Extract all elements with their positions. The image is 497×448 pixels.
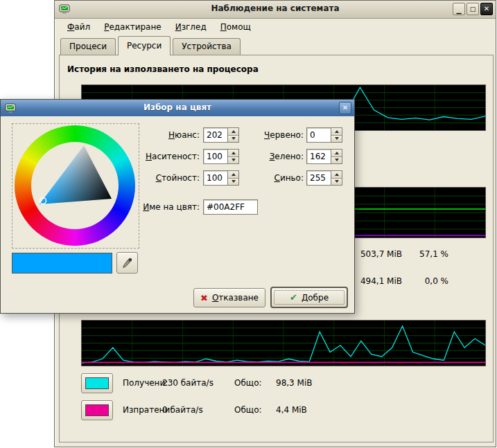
- minimize-icon: ▁: [457, 8, 462, 14]
- saturation-value: 100: [204, 150, 227, 163]
- minimize-button[interactable]: ▁: [453, 3, 465, 15]
- sent-color-button[interactable]: [81, 400, 113, 420]
- color-name-row: Име на цвят:: [1, 199, 354, 215]
- menu-help[interactable]: Помощ: [213, 20, 258, 34]
- menu-file[interactable]: Файл: [60, 20, 97, 34]
- menu-view[interactable]: Изглед: [168, 20, 213, 34]
- hue-red-row: Нюанс: 202 Червено: 0: [1, 127, 354, 143]
- tab-resources[interactable]: Ресурси: [118, 36, 171, 55]
- cancel-label: Отказване: [212, 293, 259, 303]
- main-titlebar[interactable]: Наблюдение на системата ▁ □ ✕: [55, 1, 496, 19]
- sent-legend-row: Изпратени: 0 байта/s Общо: 4,4 MiB: [60, 400, 493, 421]
- color-name-input[interactable]: [203, 199, 258, 215]
- arrow-down-icon: [335, 180, 339, 183]
- arrow-down-icon: [335, 137, 339, 140]
- blue-value: 255: [307, 171, 331, 185]
- red-spinner[interactable]: 0: [306, 127, 342, 143]
- cpu-history-heading: История на използването на процесора: [67, 64, 259, 74]
- hue-value: 202: [204, 128, 227, 142]
- red-value: 0: [307, 128, 331, 142]
- eyedropper-button[interactable]: [116, 252, 138, 274]
- network-history-chart: [81, 320, 486, 366]
- color-picker-dialog: Избор на цвят ✕: [0, 99, 355, 314]
- dialog-titlebar[interactable]: Избор на цвят ✕: [1, 100, 354, 117]
- blue-spin-down-button[interactable]: [331, 179, 342, 186]
- dialog-body: Нюанс: 202 Червено: 0 Наситеност: 100 Зе…: [1, 116, 354, 313]
- color-preview: [12, 253, 112, 274]
- hue-label: Нюанс:: [119, 127, 200, 143]
- arrow-up-icon: [335, 152, 339, 154]
- blue-spinner[interactable]: 255: [306, 170, 342, 186]
- maximize-icon: □: [470, 6, 476, 12]
- green-value: 162: [307, 150, 331, 163]
- ok-label: Добре: [302, 293, 329, 303]
- main-window-title: Наблюдение на системата: [55, 3, 496, 13]
- received-label: Получени:: [123, 378, 168, 388]
- value-value: 100: [204, 171, 227, 185]
- saturation-green-row: Наситеност: 100 Зелено: 162: [1, 149, 354, 165]
- dialog-close-button[interactable]: ✕: [339, 102, 351, 114]
- value-label: Стойност:: [119, 170, 200, 186]
- maximize-button[interactable]: □: [467, 3, 479, 15]
- received-color-button[interactable]: [81, 373, 113, 393]
- cancel-icon: ✖: [200, 293, 208, 303]
- arrow-down-icon: [335, 159, 339, 161]
- sent-total-label: Общо:: [234, 405, 262, 415]
- green-spinner[interactable]: 162: [306, 149, 342, 164]
- sent-color-swatch: [85, 404, 109, 416]
- green-spin-down-button[interactable]: [331, 157, 342, 164]
- swap-used-value: 494,1 MiB: [347, 276, 402, 286]
- blue-spin-up-button[interactable]: [331, 171, 342, 179]
- tab-processes[interactable]: Процеси: [60, 38, 116, 55]
- close-icon: ✕: [484, 6, 489, 12]
- value-blue-row: Стойност: 100 Синьо: 255: [1, 170, 354, 186]
- green-spin-up-button[interactable]: [331, 150, 342, 157]
- received-rate: 230 байта/s: [162, 378, 213, 388]
- dialog-title: Избор на цвят: [1, 102, 354, 112]
- desktop: Наблюдение на системата ▁ □ ✕ Файл Редак…: [0, 0, 497, 448]
- dialog-close-icon: ✕: [342, 105, 348, 111]
- memory-used-percent: 57,1 %: [399, 249, 448, 259]
- cancel-button[interactable]: ✖ Отказване: [193, 288, 265, 307]
- tab-strip: Процеси Ресурси Устройства: [60, 35, 490, 55]
- eyedropper-icon: [121, 257, 133, 269]
- red-spin-down-button[interactable]: [331, 136, 342, 143]
- window-controls: ▁ □ ✕: [453, 3, 493, 15]
- sent-rate: 0 байта/s: [162, 405, 203, 415]
- green-label: Зелено:: [227, 149, 304, 165]
- received-total: 98,3 MiB: [276, 378, 312, 388]
- ok-button[interactable]: ✔ Добре: [270, 287, 348, 308]
- swap-used-percent: 0,0 %: [399, 276, 448, 286]
- received-color-swatch: [85, 377, 109, 389]
- color-name-label: Име на цвят:: [119, 199, 200, 215]
- menu-edit[interactable]: Редактиране: [97, 20, 168, 34]
- sent-total: 4,4 MiB: [276, 405, 307, 415]
- blue-label: Синьо:: [227, 170, 304, 186]
- menubar: Файл Редактиране Изглед Помощ: [55, 19, 496, 35]
- saturation-label: Наситеност:: [119, 149, 200, 165]
- red-spin-up-button[interactable]: [331, 128, 342, 136]
- ok-icon: ✔: [290, 292, 297, 303]
- arrow-up-icon: [335, 173, 339, 176]
- received-legend-row: Получени: 230 байта/s Общо: 98,3 MiB: [60, 373, 493, 394]
- close-button[interactable]: ✕: [480, 3, 493, 15]
- memory-used-value: 503,7 MiB: [347, 249, 402, 259]
- red-label: Червено:: [227, 127, 304, 143]
- tab-devices[interactable]: Устройства: [173, 38, 241, 55]
- received-total-label: Общо:: [234, 378, 262, 388]
- arrow-up-icon: [335, 130, 339, 133]
